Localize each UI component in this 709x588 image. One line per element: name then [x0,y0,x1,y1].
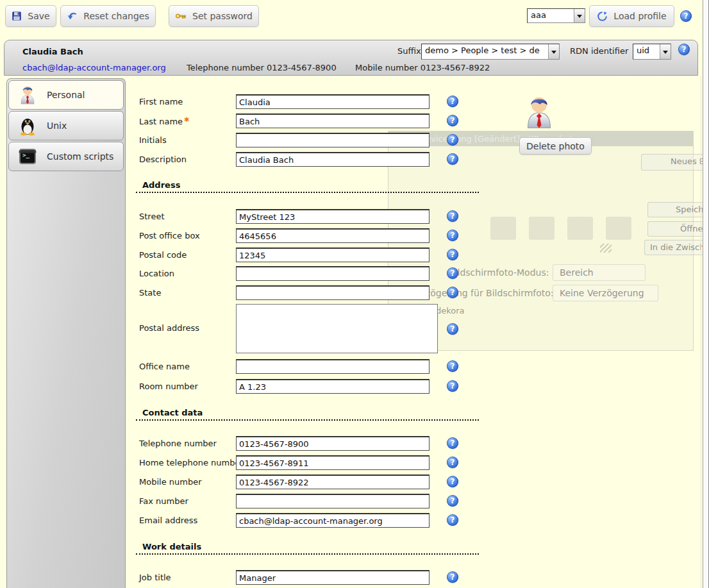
account-header: Claudia Bach cbach@ldap-account-manager.… [4,40,698,76]
mobile-number-label: Mobile number [139,477,202,487]
section-header-contact-data: Contact data [136,408,479,421]
profile-select[interactable]: aaa [527,8,585,23]
help-icon[interactable]: ? [447,571,458,583]
help-icon[interactable]: ? [447,514,458,526]
first-name-label: First name [139,97,183,106]
terminal-icon: >_ [17,146,38,167]
fax-number-input[interactable] [236,494,430,508]
help-icon[interactable]: ? [447,323,458,335]
description-input[interactable] [236,152,430,167]
section-header-work-details: Work details [136,542,479,555]
suffix-select[interactable]: demo > People > test > de [421,44,560,60]
help-icon[interactable]: ? [447,287,458,298]
load-profile-label: Load profile [613,11,666,21]
help-icon[interactable]: ? [447,495,458,507]
help-icon[interactable]: ? [447,210,458,222]
tab-custom-scripts[interactable]: >_ Custom scripts [8,142,124,171]
state-input[interactable] [236,285,430,300]
rdn-select-value: uid [633,44,660,59]
load-profile-button[interactable]: Load profile [589,5,674,27]
fax-number-label: Fax number [139,496,188,506]
help-icon[interactable]: ? [680,10,692,22]
tux-icon [17,115,38,136]
help-icon[interactable]: ? [447,360,458,372]
section-title: Contact data [142,408,203,417]
help-icon[interactable]: ? [678,44,690,55]
save-button[interactable]: Save [5,5,56,27]
initials-input[interactable] [236,133,430,147]
section-title: Work details [142,542,201,551]
rdn-identifier-select[interactable]: uid [633,44,671,60]
last-name-input[interactable] [236,113,430,128]
page-edge-divider [701,76,701,588]
email-address-input[interactable] [236,513,430,528]
select-arrow-icon [574,9,585,22]
section-header-address: Address [136,180,479,193]
post-office-box-input[interactable] [236,228,430,243]
telephone-number-input[interactable] [236,436,430,451]
help-icon[interactable]: ? [447,437,458,449]
location-label: Location [139,269,174,278]
help-icon[interactable]: ? [447,249,458,260]
state-label: State [139,288,161,298]
street-input[interactable] [236,209,430,224]
last-name-label: Last name✱ [139,116,189,126]
room-number-input[interactable] [236,379,430,394]
delete-photo-button[interactable]: Delete photo [519,137,592,155]
help-icon[interactable]: ? [447,153,458,165]
help-icon[interactable]: ? [447,134,458,146]
set-password-button[interactable]: Set password [169,5,259,27]
email-address-label: Email address [139,516,197,525]
help-icon[interactable]: ? [447,96,458,107]
account-title: Claudia Bach [22,47,83,56]
section-title: Address [142,180,180,190]
person-icon [17,85,38,105]
tab-personal-label: Personal [47,90,85,100]
first-name-input[interactable] [236,94,430,109]
office-name-input[interactable] [236,359,430,374]
help-icon[interactable]: ? [447,230,458,241]
post-office-box-label: Post office box [139,231,200,240]
home-telephone-number-input[interactable] [236,455,430,470]
refresh-icon [597,11,608,22]
tab-custom-scripts-label: Custom scripts [47,151,113,162]
room-number-label: Room number [139,382,198,391]
undo-arrow-icon [67,11,78,21]
office-name-label: Office name [139,362,190,371]
module-tab-bar: Personal Unix >_ Custom scripts [6,78,126,588]
postal-code-input[interactable] [236,248,430,262]
description-label: Description [139,155,187,164]
profile-select-value: aaa [528,9,574,22]
header-telephone: Telephone number 0123-4567-8900 [187,63,337,72]
vertical-scrollbar[interactable] [703,0,709,588]
telephone-number-label: Telephone number [139,439,217,448]
key-icon [175,12,187,21]
help-icon[interactable]: ? [447,267,458,279]
tab-unix[interactable]: Unix [8,111,124,140]
header-mobile: Mobile number 0123-4567-8922 [355,63,490,72]
help-icon[interactable]: ? [447,457,458,468]
help-icon[interactable]: ? [447,476,458,487]
help-icon[interactable]: ? [447,115,458,126]
tab-personal[interactable]: Personal [8,80,124,110]
select-arrow-icon [660,44,671,59]
job-title-label: Job title [139,573,171,582]
home-telephone-number-label: Home telephone number [139,458,244,467]
help-icon[interactable]: ? [447,380,458,392]
reset-changes-button[interactable]: Reset changes [60,5,156,27]
rdn-identifier-label: RDN identifier [570,46,628,56]
postal-address-input[interactable] [236,304,438,353]
mobile-number-input[interactable] [236,475,430,489]
location-input[interactable] [236,266,430,281]
delete-photo-label: Delete photo [526,141,585,151]
suffix-select-value: demo > People > test > de [422,44,548,59]
reset-changes-label: Reset changes [83,11,149,21]
floppy-disk-icon [12,11,22,21]
email-link[interactable]: cbach@ldap-account-manager.org [22,63,166,72]
save-label: Save [28,11,49,21]
user-photo [521,93,557,131]
job-title-input[interactable] [236,570,430,585]
select-arrow-icon [548,44,559,59]
initials-label: Initials [139,135,167,145]
suffix-label: Suffix [397,46,421,56]
